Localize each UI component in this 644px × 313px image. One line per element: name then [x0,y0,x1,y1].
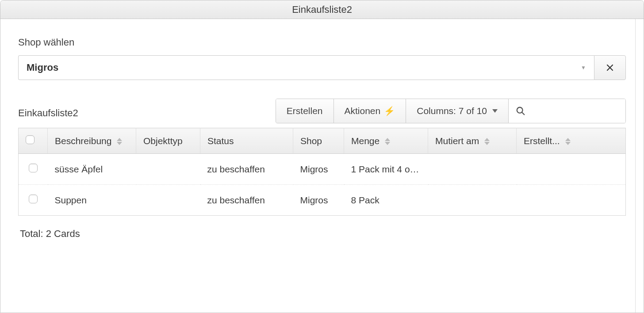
col-shop-label: Shop [300,136,322,146]
col-shop[interactable]: Shop [293,128,344,154]
col-objekttyp-label: Objekttyp [143,136,183,146]
select-all-header [19,128,48,154]
cell-beschreibung: süsse Äpfel [48,154,136,185]
create-button[interactable]: Erstellen [276,99,334,123]
shop-select-value: Migros [27,62,58,73]
search-input[interactable] [530,106,618,116]
cell-objekttyp [136,185,200,216]
col-status[interactable]: Status [200,128,293,154]
svg-line-1 [522,112,525,115]
list-toolbar: Erstellen Aktionen ⚡ Columns: 7 of 10 [276,99,626,123]
table-row[interactable]: süsse Äpfel zu beschaffen Migros 1 Pack … [19,154,626,185]
caret-down-icon [492,109,498,113]
cell-mutiert-am [428,154,517,185]
cell-status: zu beschaffen [200,185,293,216]
col-menge[interactable]: Menge [344,128,428,154]
col-status-label: Status [207,136,234,146]
shop-select[interactable]: Migros ▼ [18,55,594,80]
list-title: Einkaufsliste2 [18,107,78,123]
cell-erstellt [517,185,626,216]
col-mutiert-am[interactable]: Mutiert am [428,128,517,154]
window-title: Einkaufsliste2 [292,4,352,15]
clear-shop-button[interactable] [594,55,626,80]
row-checkbox[interactable] [29,164,38,172]
cell-menge: 1 Pack mit 4 oder 6 [344,154,428,185]
cell-objekttyp [136,154,200,185]
row-checkbox[interactable] [29,195,38,203]
col-erstellt[interactable]: Erstellt... [517,128,626,154]
list-header-row: Einkaufsliste2 Erstellen Aktionen ⚡ Colu… [18,99,626,123]
col-erstellt-label: Erstellt... [524,136,560,146]
lightning-icon: ⚡ [384,106,395,116]
app-window: Einkaufsliste2 Shop wählen Migros ▼ Eink… [0,0,644,313]
select-all-checkbox[interactable] [26,135,34,144]
create-button-label: Erstellen [287,106,323,116]
cell-shop: Migros [293,185,344,216]
actions-button[interactable]: Aktionen ⚡ [334,99,406,123]
table-header-row: Beschreibung Objekttyp Status Shop Menge [19,128,626,154]
cell-erstellt [517,154,626,185]
columns-button[interactable]: Columns: 7 of 10 [406,99,509,123]
cell-shop: Migros [293,154,344,185]
shop-select-label: Shop wählen [18,37,626,48]
close-icon [606,64,614,72]
cell-menge: 8 Pack [344,185,428,216]
col-mutiert-am-label: Mutiert am [435,136,479,146]
table-row[interactable]: Suppen zu beschaffen Migros 8 Pack [19,185,626,216]
cell-mutiert-am [428,185,517,216]
shop-select-row: Migros ▼ [18,55,626,80]
search-cell [509,99,625,123]
shopping-list-table: Beschreibung Objekttyp Status Shop Menge [18,128,626,216]
col-objekttyp[interactable]: Objekttyp [136,128,200,154]
search-icon [516,106,525,116]
col-menge-label: Menge [351,136,380,146]
col-beschreibung-label: Beschreibung [55,136,111,146]
sort-icon [117,138,122,145]
cell-beschreibung: Suppen [48,185,136,216]
cell-status: zu beschaffen [200,154,293,185]
sort-icon [484,138,490,145]
window-titlebar: Einkaufsliste2 [0,0,644,19]
sort-icon [565,138,571,145]
chevron-down-icon: ▼ [581,65,586,71]
col-beschreibung[interactable]: Beschreibung [48,128,136,154]
sort-icon [385,138,390,145]
list-footer: Total: 2 Cards [18,216,626,252]
actions-button-label: Aktionen [345,106,381,116]
columns-button-label: Columns: 7 of 10 [417,106,487,116]
content-area: Shop wählen Migros ▼ Einkaufsliste2 Erst… [0,19,644,252]
